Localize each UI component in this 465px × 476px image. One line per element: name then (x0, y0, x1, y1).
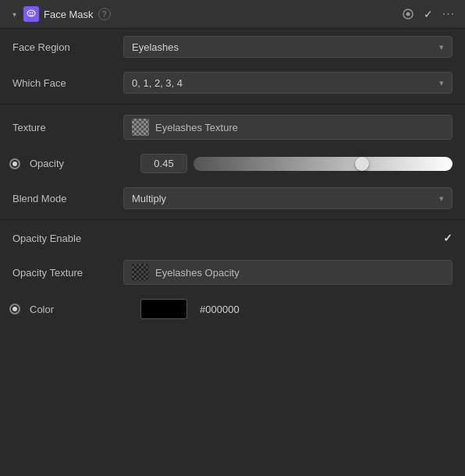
which-face-row: Which Face 0, 1, 2, 3, 4 ▾ (0, 65, 465, 101)
face-region-dropdown[interactable]: Eyelashes ▾ (123, 36, 453, 58)
blend-mode-dropdown[interactable]: Multiply ▾ (123, 187, 453, 209)
opacity-texture-row: Opacity Texture Eyelashes Opacity (0, 253, 465, 292)
blend-mode-row: Blend Mode Multiply ▾ (0, 180, 465, 216)
opacity-slider[interactable] (193, 157, 453, 171)
texture-field[interactable]: Eyelashes Texture (123, 115, 453, 140)
svg-point-4 (406, 12, 410, 16)
face-mask-panel: ▾ Face Mask ? (0, 0, 465, 326)
opacity-texture-control: Eyelashes Opacity (123, 260, 453, 285)
opacity-texture-label: Opacity Texture (12, 267, 114, 279)
texture-value: Eyelashes Texture (155, 122, 238, 133)
opacity-radio[interactable] (9, 158, 20, 169)
blend-mode-value: Multiply (132, 193, 166, 204)
which-face-dropdown[interactable]: 0, 1, 2, 3, 4 ▾ (123, 72, 453, 94)
opacity-thumb[interactable] (355, 157, 369, 171)
face-region-chevron: ▾ (439, 42, 444, 52)
header-actions: ✓ ··· (401, 7, 456, 21)
opacity-enable-label: Opacity Enable (12, 233, 114, 244)
color-swatch[interactable] (140, 299, 187, 319)
color-label: Color (30, 304, 131, 315)
panel-content: Face Region Eyelashes ▾ Which Face 0, 1,… (0, 29, 465, 326)
color-radio[interactable] (9, 304, 20, 314)
texture-checker-icon (132, 119, 149, 136)
divider-2 (0, 219, 465, 220)
color-control: #000000 (140, 299, 453, 319)
svg-point-1 (30, 12, 31, 14)
divider-1 (0, 104, 465, 105)
opacity-enable-check[interactable]: ✓ (443, 232, 453, 244)
header-left: ▾ Face Mask ? (9, 6, 396, 22)
record-button[interactable] (401, 7, 415, 21)
check-button[interactable]: ✓ (421, 7, 435, 21)
which-face-value: 0, 1, 2, 3, 4 (132, 77, 183, 89)
panel-icon (23, 6, 39, 22)
opacity-enable-row: Opacity Enable ✓ (0, 223, 465, 253)
opacity-value[interactable]: 0.45 (140, 154, 187, 173)
svg-point-2 (32, 12, 34, 14)
help-button[interactable]: ? (98, 8, 111, 20)
panel-title: Face Mask (44, 9, 94, 20)
face-region-control: Eyelashes ▾ (123, 36, 453, 58)
blend-mode-control: Multiply ▾ (123, 187, 453, 209)
which-face-label: Which Face (12, 77, 114, 89)
opacity-label: Opacity (30, 158, 131, 169)
opacity-control: 0.45 (140, 154, 453, 173)
opacity-texture-icon (132, 264, 149, 281)
panel-header: ▾ Face Mask ? (0, 0, 465, 29)
opacity-row: Opacity 0.45 (0, 147, 465, 180)
texture-label: Texture (12, 122, 114, 133)
opacity-texture-value: Eyelashes Opacity (155, 267, 240, 279)
face-region-label: Face Region (12, 41, 114, 53)
face-region-value: Eyelashes (132, 41, 179, 53)
color-row: Color #000000 (0, 292, 465, 326)
face-region-row: Face Region Eyelashes ▾ (0, 29, 465, 65)
collapse-chevron[interactable]: ▾ (9, 9, 19, 19)
texture-control: Eyelashes Texture (123, 115, 453, 140)
color-hex: #000000 (200, 304, 240, 315)
which-face-chevron: ▾ (439, 78, 444, 88)
which-face-control: 0, 1, 2, 3, 4 ▾ (123, 72, 453, 94)
more-options-button[interactable]: ··· (442, 7, 456, 21)
opacity-texture-field[interactable]: Eyelashes Opacity (123, 260, 453, 285)
blend-mode-chevron: ▾ (439, 194, 444, 204)
texture-row: Texture Eyelashes Texture (0, 108, 465, 147)
blend-mode-label: Blend Mode (12, 193, 114, 204)
